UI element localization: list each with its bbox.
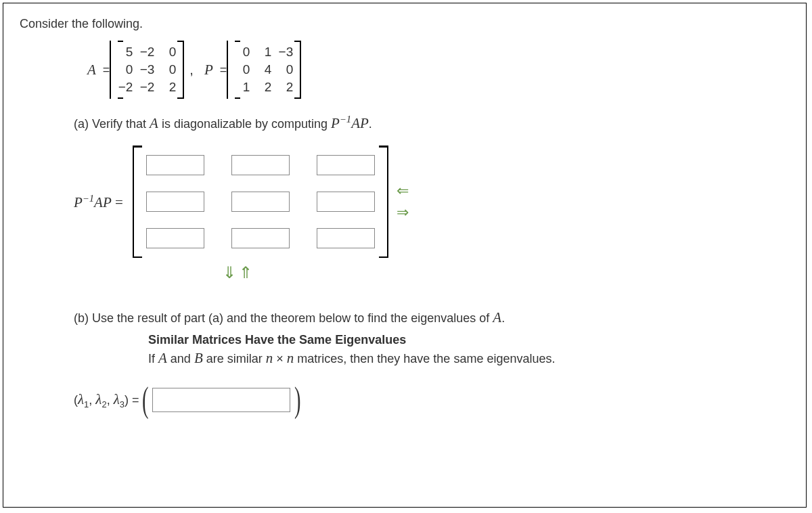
A-2-2: 2 bbox=[161, 80, 176, 95]
row-arrows[interactable]: ⇓⇑ bbox=[223, 263, 790, 282]
part-a-period: . bbox=[369, 117, 372, 131]
label-P: P bbox=[204, 62, 213, 79]
remove-row-icon[interactable]: ⇑ bbox=[239, 263, 255, 282]
part-a-mid: is diagonalizable by computing bbox=[158, 117, 331, 131]
equals-P: = bbox=[220, 63, 227, 77]
part-a-text: (a) Verify that A is diagonalizable by c… bbox=[74, 114, 790, 132]
A-0-1: −2 bbox=[139, 45, 154, 60]
matrix-A: 5 −2 0 0 −3 0 −2 −2 2 bbox=[110, 41, 184, 99]
P-0-2: −3 bbox=[278, 45, 293, 60]
matrix-input-0-0[interactable] bbox=[146, 155, 204, 175]
big-paren-open: ( bbox=[141, 386, 148, 414]
column-arrows[interactable]: ⇐ ⇒ bbox=[397, 182, 409, 221]
P-1-0: 0 bbox=[235, 62, 250, 77]
p-inv-ap-label: P−1AP = bbox=[74, 193, 123, 211]
matrix-input-1-1[interactable] bbox=[231, 192, 290, 212]
P-0-1: 1 bbox=[256, 45, 271, 60]
matrix-P: 0 1 −3 0 4 0 1 2 2 bbox=[227, 41, 301, 99]
label-A: A bbox=[87, 62, 96, 79]
P-2-2: 2 bbox=[278, 80, 293, 95]
big-paren-close: ) bbox=[294, 386, 301, 414]
A-2-0: −2 bbox=[118, 80, 133, 95]
comma: , bbox=[189, 62, 194, 78]
P-2-0: 1 bbox=[235, 80, 250, 95]
matrix-input-2-0[interactable] bbox=[146, 228, 204, 248]
eigenvalues-input[interactable] bbox=[152, 388, 290, 412]
A-1-0: 0 bbox=[118, 62, 133, 77]
matrix-input-1-0[interactable] bbox=[146, 192, 204, 212]
P-1-2: 0 bbox=[278, 62, 293, 77]
intro-text: Consider the following. bbox=[20, 17, 790, 31]
A-0-2: 0 bbox=[161, 45, 176, 60]
A-1-1: −3 bbox=[139, 62, 154, 77]
part-b-period: . bbox=[501, 311, 505, 325]
P-2-1: 2 bbox=[256, 80, 271, 95]
theorem-title: Similar Matrices Have the Same Eigenvalu… bbox=[148, 333, 790, 347]
part-b-text: (b) Use the result of part (a) and the t… bbox=[74, 309, 790, 326]
add-column-icon[interactable]: ⇒ bbox=[397, 204, 409, 221]
part-b-A: A bbox=[493, 309, 501, 326]
part-a-expr: P−1AP bbox=[331, 115, 369, 131]
A-0-0: 5 bbox=[118, 45, 133, 60]
P-1-1: 4 bbox=[256, 62, 271, 77]
part-a-A: A bbox=[150, 115, 158, 131]
theorem-body: If A and B are similar n × n matrices, t… bbox=[148, 350, 790, 367]
eigenvalue-tuple-label: (λ1, λ2, λ3) = bbox=[74, 391, 139, 409]
P-0-0: 0 bbox=[235, 45, 250, 60]
matrix-input-2-2[interactable] bbox=[317, 228, 375, 248]
question-container: Consider the following. A = 5 −2 0 0 −3 … bbox=[3, 3, 807, 508]
part-a-answer-row: P−1AP = ⇐ ⇒ bbox=[74, 146, 790, 258]
eigenvalue-answer-row: (λ1, λ2, λ3) = ( ) bbox=[74, 386, 790, 414]
A-1-2: 0 bbox=[161, 62, 176, 77]
matrices-definition: A = 5 −2 0 0 −3 0 −2 −2 2 , P = 0 1 bbox=[87, 41, 790, 99]
part-a-prefix: (a) Verify that bbox=[74, 117, 150, 131]
add-row-icon[interactable]: ⇓ bbox=[223, 263, 239, 282]
matrix-input-0-2[interactable] bbox=[317, 155, 375, 175]
answer-matrix-bracket bbox=[133, 146, 388, 258]
part-b-prefix: (b) Use the result of part (a) and the t… bbox=[74, 311, 493, 325]
matrix-input-0-1[interactable] bbox=[231, 155, 290, 175]
matrix-input-2-1[interactable] bbox=[231, 228, 290, 248]
A-2-1: −2 bbox=[139, 80, 154, 95]
remove-column-icon[interactable]: ⇐ bbox=[397, 182, 409, 200]
matrix-input-1-2[interactable] bbox=[317, 192, 375, 212]
equals-A: = bbox=[103, 63, 110, 77]
